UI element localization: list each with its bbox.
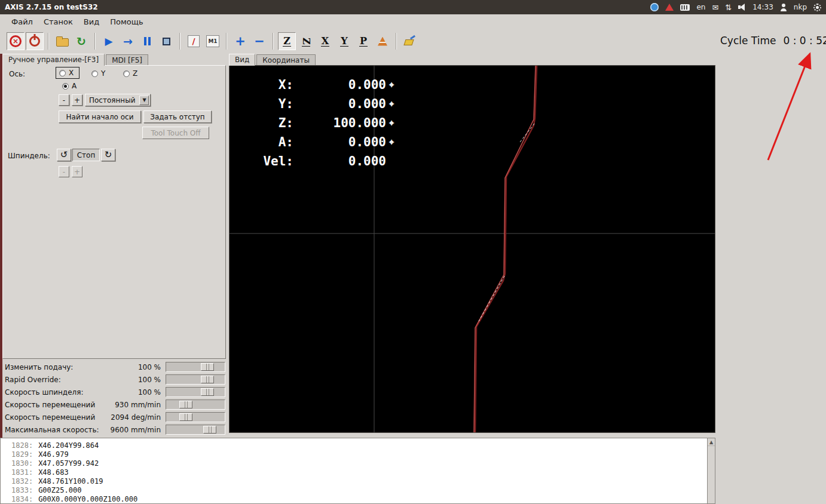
toolpath-executed [475, 66, 537, 432]
view-z-rotated-button[interactable]: Z [297, 32, 315, 50]
scroll-up-arrow-icon[interactable]: ▲ [708, 438, 715, 446]
jog-plus-button[interactable]: + [72, 94, 82, 106]
system-tray: en ✉ ⇅ 14:33 nkp [650, 3, 821, 12]
zoom-in-button[interactable]: + [231, 32, 249, 50]
tool-cone-button[interactable] [374, 32, 391, 50]
jog-minus-button[interactable]: - [59, 94, 69, 106]
tool-touch-off-button: Tool Touch Off [142, 127, 209, 139]
manual-control-panel: Ось: X Y Z A - + Постоянный ▼ Найти нача… [2, 65, 226, 359]
open-file-button[interactable] [53, 32, 71, 50]
gcode-line[interactable]: 1834:G00X0.000Y0.000Z100.000 [11, 495, 715, 504]
spindle-ccw-button[interactable]: ↺ [57, 149, 71, 161]
step-button[interactable]: → [119, 32, 137, 50]
gcode-line-number: 1834: [11, 495, 33, 503]
gcode-line[interactable]: 1829:X46.979 [11, 450, 715, 459]
volume-icon[interactable] [738, 4, 746, 11]
gcode-line-text: X48.683 [38, 468, 69, 477]
tab-preview[interactable]: Вид [229, 54, 255, 66]
axis-y-label: Y [101, 69, 105, 78]
gcode-line[interactable]: 1828:X46.204Y99.864 [11, 441, 715, 450]
slider-handle[interactable] [201, 388, 214, 396]
tab-dro[interactable]: Координаты [256, 54, 316, 66]
tab-mdi[interactable]: MDI [F5] [106, 54, 148, 66]
stop-icon [163, 38, 170, 45]
spindle-stop-button[interactable]: Стоп [72, 149, 100, 161]
skip-lines-toggle[interactable]: / [185, 32, 203, 50]
mail-icon[interactable]: ✉ [712, 3, 718, 12]
menu-help[interactable]: Помощь [105, 16, 148, 27]
keyboard-icon[interactable] [680, 4, 690, 11]
gcode-line[interactable]: 1833:G00Z25.000 [11, 486, 715, 495]
view-x-button[interactable]: X [316, 32, 334, 50]
pause-button[interactable] [138, 32, 156, 50]
spindle-override-slider[interactable] [166, 387, 225, 397]
dro-row-vel: Vel: 0.000 [241, 152, 394, 171]
reload-file-button[interactable]: ↻ [72, 32, 90, 50]
feed-override-row: Изменить подачу: 100 % [0, 361, 226, 373]
slider-handle[interactable] [179, 413, 192, 421]
axis-radio-z[interactable]: Z [123, 69, 137, 78]
axis-label: Ось: [9, 70, 25, 78]
rapid-override-slider[interactable] [166, 374, 225, 385]
gcode-line[interactable]: 1831:X48.683 [11, 468, 715, 477]
tab-manual-control[interactable]: Ручное управление-[F3] [2, 54, 105, 66]
zoom-out-button[interactable]: − [250, 32, 268, 50]
gcode-line-text: X46.979 [38, 450, 69, 459]
gcode-scrollbar[interactable]: ▲ [707, 438, 715, 504]
axis-radio-x[interactable]: X [56, 67, 79, 79]
clear-plot-brush-icon [405, 36, 415, 46]
jog-increment-value: Постоянный [89, 96, 135, 105]
axis-radio-y[interactable]: Y [91, 69, 105, 78]
stop-button[interactable] [157, 32, 175, 50]
slider-handle[interactable] [201, 376, 214, 383]
gcode-line-number: 1828: [11, 441, 33, 450]
set-offset-button[interactable]: Задать отступ [143, 110, 212, 123]
gcode-line-number: 1831: [11, 468, 33, 477]
view-y-button[interactable]: Y [335, 32, 353, 50]
angular-jog-speed-value: 2094 deg/min [111, 413, 166, 422]
home-axis-button[interactable]: Найти начало оси [59, 110, 141, 123]
chevron-down-icon: ▼ [139, 96, 149, 105]
menu-file[interactable]: Файл [6, 16, 38, 27]
user-icon[interactable] [780, 4, 787, 11]
clear-plot-button[interactable] [401, 32, 419, 50]
max-velocity-slider[interactable] [166, 425, 225, 435]
angular-jog-speed-slider[interactable] [166, 412, 225, 422]
estop-icon: × [10, 35, 22, 47]
slider-handle[interactable] [203, 426, 216, 434]
user-label[interactable]: nkp [794, 3, 807, 11]
spindle-cw-button[interactable]: ↻ [101, 149, 115, 161]
jog-speed-label: Скорость перемещений [0, 401, 95, 409]
slider-handle[interactable] [201, 363, 214, 371]
menu-view[interactable]: Вид [78, 16, 105, 27]
preview-canvas[interactable]: X: 0.000 ⌖ Y: 0.000 ⌖ Z: 100.000 ⌖ A: 0.… [229, 65, 715, 433]
feed-override-slider[interactable] [166, 362, 225, 372]
view-z-button[interactable]: Z [278, 32, 296, 50]
session-gear-icon[interactable] [813, 4, 821, 11]
run-program-button[interactable]: ▶ [100, 32, 118, 50]
estop-button[interactable]: × [7, 32, 25, 50]
gcode-listing[interactable]: 1828:X46.204Y99.864 1829:X46.979 1830:X4… [0, 438, 715, 504]
network-icon[interactable] [650, 3, 659, 11]
keyboard-layout-label[interactable]: en [696, 3, 705, 11]
gcode-line-number: 1832: [11, 477, 33, 485]
sync-arrows-icon[interactable]: ⇅ [725, 3, 732, 12]
gcode-line[interactable]: 1830:X47.057Y99.942 [11, 459, 715, 468]
gcode-line[interactable]: 1832:X48.761Y100.019 [11, 477, 715, 486]
machine-power-button[interactable] [26, 32, 44, 50]
menu-machine[interactable]: Станок [38, 16, 78, 27]
axis-a-label: A [72, 82, 77, 90]
view-z-icon: Z [283, 36, 291, 47]
axis-radio-a[interactable]: A [62, 82, 77, 90]
slider-handle[interactable] [179, 401, 192, 408]
warning-icon[interactable] [665, 4, 674, 11]
jog-speed-value: 930 mm/min [115, 401, 166, 409]
zoom-in-icon: + [235, 35, 246, 48]
override-sliders: Изменить подачу: 100 % Rapid Override: 1… [0, 361, 226, 436]
optional-pause-toggle[interactable]: M1 [204, 32, 222, 50]
view-perspective-button[interactable]: P [354, 32, 372, 50]
jog-speed-slider[interactable] [166, 399, 225, 410]
clock-label[interactable]: 14:33 [752, 3, 773, 11]
jog-increment-dropdown[interactable]: Постоянный ▼ [85, 94, 151, 106]
gcode-line-number: 1829: [11, 450, 33, 459]
